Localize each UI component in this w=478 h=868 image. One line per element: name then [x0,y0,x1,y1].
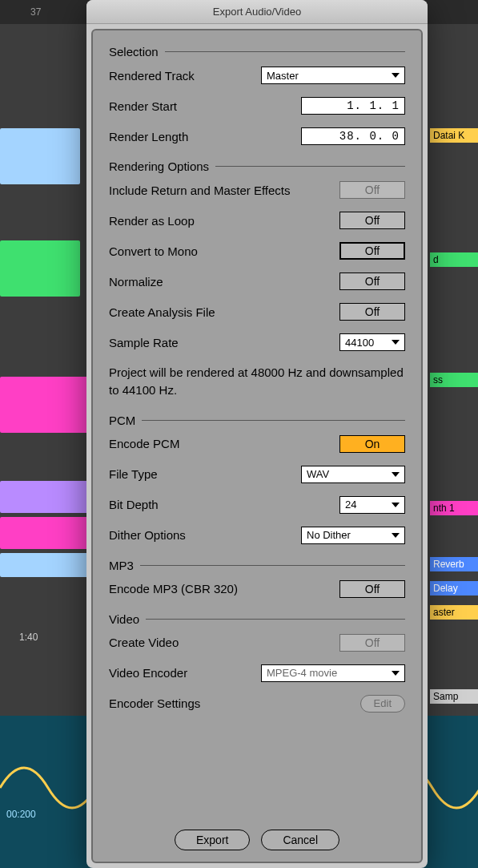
include-return-toggle[interactable]: Off [339,181,405,199]
track-label: Samp [430,689,478,704]
rendered-track-label: Rendered Track [109,69,195,83]
file-type-dropdown[interactable]: WAV [301,466,405,483]
normalize-toggle[interactable]: Off [339,273,405,290]
chevron-down-icon [392,340,400,345]
section-rendering-label: Rendering Options [109,159,209,173]
video-encoder-value: MPEG-4 movie [267,667,337,679]
timeline-timecode: 1:40 [19,632,38,643]
encoder-settings-edit-button[interactable]: Edit [360,695,405,713]
section-selection-label: Selection [109,45,159,59]
render-loop-label: Render as Loop [109,214,195,228]
bit-depth-label: Bit Depth [109,498,159,511]
chevron-down-icon [392,533,400,538]
section-video-label: Video [109,612,139,626]
export-button[interactable]: Export [175,830,250,850]
sample-rate-label: Sample Rate [109,336,179,349]
encoder-settings-label: Encoder Settings [109,696,200,710]
section-video: Video [109,612,405,626]
cancel-button[interactable]: Cancel [261,830,339,850]
render-length-field[interactable]: 38. 0. 0 [301,127,405,145]
dither-label: Dither Options [109,528,186,542]
rendered-track-dropdown[interactable]: Master [261,67,405,84]
export-dialog: Export Audio/Video Selection Rendered Tr… [86,0,428,868]
dither-value: No Dither [307,529,351,541]
encode-pcm-toggle[interactable]: On [339,435,405,453]
sample-rate-note: Project will be rendered at 48000 Hz and… [109,364,405,399]
section-mp3-label: MP3 [109,559,134,572]
encode-mp3-label: Encode MP3 (CBR 320) [109,582,238,595]
convert-mono-toggle[interactable]: Off [339,242,405,260]
section-selection: Selection [109,45,405,59]
track-label: ss [430,373,478,387]
track-label: Reverb [430,557,478,571]
video-encoder-label: Video Encoder [109,666,187,680]
track-label: Datai K [430,128,478,143]
bit-depth-dropdown[interactable]: 24 [339,496,405,514]
render-loop-toggle[interactable]: Off [339,212,405,229]
create-video-label: Create Video [109,636,179,649]
track-label: Delay [430,581,478,595]
encode-mp3-toggle[interactable]: Off [339,580,405,598]
sample-rate-dropdown[interactable]: 44100 [339,333,405,351]
create-video-toggle[interactable]: Off [339,634,405,652]
dither-dropdown[interactable]: No Dither [301,527,405,544]
file-type-label: File Type [109,467,158,481]
include-return-label: Include Return and Master Effects [109,184,291,197]
encode-pcm-label: Encode PCM [109,437,179,450]
chevron-down-icon [392,73,400,78]
render-start-label: Render Start [109,99,177,113]
track-label: nth 1 [430,501,478,515]
create-analysis-label: Create Analysis File [109,305,215,319]
rendered-track-value: Master [267,70,299,82]
create-analysis-toggle[interactable]: Off [339,303,405,321]
chevron-down-icon [392,671,400,676]
bit-depth-value: 24 [345,499,356,511]
section-rendering: Rendering Options [109,159,405,173]
track-label: d [430,252,478,267]
normalize-label: Normalize [109,275,163,289]
chevron-down-icon [392,503,400,507]
render-length-label: Render Length [109,130,188,143]
file-type-value: WAV [307,468,329,480]
video-encoder-dropdown[interactable]: MPEG-4 movie [261,664,405,682]
render-start-field[interactable]: 1. 1. 1 [301,97,405,115]
sample-rate-value: 44100 [345,337,374,349]
track-label: aster [430,605,478,620]
section-mp3: MP3 [109,559,405,572]
dialog-title: Export Audio/Video [86,0,428,24]
section-pcm: PCM [109,414,405,427]
chevron-down-icon [392,472,400,477]
convert-mono-label: Convert to Mono [109,244,198,258]
section-pcm-label: PCM [109,414,135,427]
